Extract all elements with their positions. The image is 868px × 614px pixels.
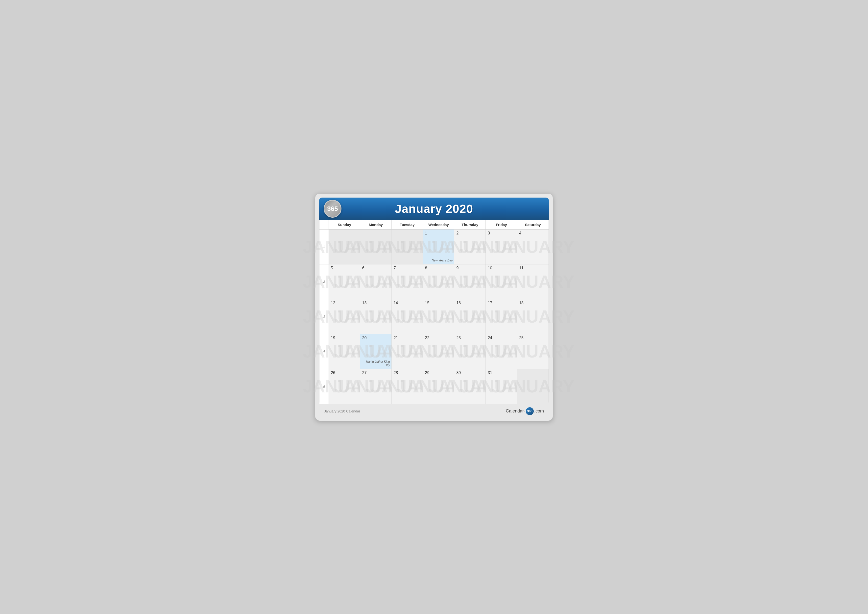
day-number-30: 30 xyxy=(456,371,484,375)
calendar-row-week3: 3 12 JANUARY 13 JANUARY 14 JANUARY 15 JA… xyxy=(319,299,549,334)
day-number-11: 11 xyxy=(519,266,547,270)
day-number-9: 9 xyxy=(456,266,484,270)
day-cell-empty-1: JANUARY xyxy=(329,230,360,264)
day-cell-20[interactable]: 20 JANUARY Martin Luther King Day xyxy=(360,334,392,369)
calendar-row-week4: 4 19 JANUARY 20 JANUARY Martin Luther Ki… xyxy=(319,334,549,369)
calendar-grid: 1 JANUARY JANUARY JANUARY 1 JANUARY New … xyxy=(319,230,549,404)
week-number-4: 4 xyxy=(319,334,329,369)
day-header-tuesday: Tuesday xyxy=(392,220,423,229)
day-cell-27[interactable]: 27 JANUARY xyxy=(360,369,392,404)
day-cell-10[interactable]: 10 JANUARY xyxy=(486,264,517,299)
day-cell-empty-2: JANUARY xyxy=(360,230,392,264)
footer: January 2020 Calendar Calendar-365.com xyxy=(319,404,549,417)
day-number-6: 6 xyxy=(362,266,389,270)
holiday-name-mlk: Martin Luther King Day xyxy=(362,360,390,367)
day-number-17: 17 xyxy=(488,301,515,305)
day-cell-25[interactable]: 25 JANUARY xyxy=(517,334,549,369)
week-number-2: 2 xyxy=(319,264,329,299)
day-cell-3[interactable]: 3 JANUARY xyxy=(486,230,517,264)
page-wrapper: 365 January 2020 Sunday Monday Tuesday W… xyxy=(315,194,553,421)
day-cell-17[interactable]: 17 JANUARY xyxy=(486,299,517,334)
day-cell-5[interactable]: 5 JANUARY xyxy=(329,264,360,299)
day-cell-16[interactable]: 16 JANUARY xyxy=(454,299,486,334)
calendar-row-week2: 2 5 JANUARY 6 JANUARY 7 JANUARY 8 JANUAR… xyxy=(319,264,549,299)
day-number-13: 13 xyxy=(362,301,389,305)
day-number-14: 14 xyxy=(394,301,421,305)
holiday-name-new-years: New Year's Day xyxy=(432,259,453,262)
calendar-header: 365 January 2020 xyxy=(319,197,549,220)
day-cell-empty-3: JANUARY xyxy=(392,230,423,264)
day-cell-23[interactable]: 23 JANUARY xyxy=(454,334,486,369)
day-cell-29[interactable]: 29 JANUARY xyxy=(423,369,454,404)
calendar-row-week1: 1 JANUARY JANUARY JANUARY 1 JANUARY New … xyxy=(319,230,549,264)
footer-brand-text-after: .com xyxy=(534,409,544,414)
week-number-3: 3 xyxy=(319,299,329,334)
day-cell-18[interactable]: 18 JANUARY xyxy=(517,299,549,334)
day-header-thursday: Thursday xyxy=(454,220,486,229)
calendar-row-week5: 5 26 JANUARY 27 JANUARY 28 JANUARY 29 JA… xyxy=(319,369,549,404)
day-number-3: 3 xyxy=(488,231,515,235)
day-number-20: 20 xyxy=(362,336,389,340)
calendar-container: Sunday Monday Tuesday Wednesday Thursday… xyxy=(319,220,549,404)
day-header-saturday: Saturday xyxy=(517,220,549,229)
day-cell-13[interactable]: 13 JANUARY xyxy=(360,299,392,334)
day-number-26: 26 xyxy=(331,371,358,375)
day-cell-22[interactable]: 22 JANUARY xyxy=(423,334,454,369)
day-cell-24[interactable]: 24 JANUARY xyxy=(486,334,517,369)
day-number-2: 2 xyxy=(456,231,484,235)
day-number-16: 16 xyxy=(456,301,484,305)
day-cell-31[interactable]: 31 JANUARY xyxy=(486,369,517,404)
day-number-27: 27 xyxy=(362,371,389,375)
day-header-sunday: Sunday xyxy=(329,220,360,229)
day-cell-26[interactable]: 26 JANUARY xyxy=(329,369,360,404)
day-cell-12[interactable]: 12 JANUARY xyxy=(329,299,360,334)
day-number-12: 12 xyxy=(331,301,358,305)
day-number-22: 22 xyxy=(425,336,452,340)
day-number-25: 25 xyxy=(519,336,547,340)
day-cell-11[interactable]: 11 JANUARY xyxy=(517,264,549,299)
day-number-28: 28 xyxy=(394,371,421,375)
day-number-10: 10 xyxy=(488,266,515,270)
day-cell-7[interactable]: 7 JANUARY xyxy=(392,264,423,299)
header-title: January 2020 xyxy=(395,202,473,216)
day-cell-4[interactable]: 4 JANUARY xyxy=(517,230,549,264)
day-number-18: 18 xyxy=(519,301,547,305)
day-cell-21[interactable]: 21 JANUARY xyxy=(392,334,423,369)
day-number-24: 24 xyxy=(488,336,515,340)
day-cell-1[interactable]: 1 JANUARY New Year's Day xyxy=(423,230,454,264)
day-cell-19[interactable]: 19 JANUARY xyxy=(329,334,360,369)
day-cell-8[interactable]: 8 JANUARY xyxy=(423,264,454,299)
day-cell-empty-last: JANUARY xyxy=(517,369,549,404)
week-num-header-blank xyxy=(319,220,329,229)
footer-brand-text-before: Calendar- xyxy=(506,409,525,414)
day-number-5: 5 xyxy=(331,266,358,270)
day-header-monday: Monday xyxy=(360,220,392,229)
day-cell-2[interactable]: 2 JANUARY xyxy=(454,230,486,264)
day-number-23: 23 xyxy=(456,336,484,340)
logo-badge: 365 xyxy=(324,200,341,218)
day-cell-30[interactable]: 30 JANUARY xyxy=(454,369,486,404)
day-cell-15[interactable]: 15 JANUARY xyxy=(423,299,454,334)
week-number-1: 1 xyxy=(319,230,329,264)
day-cell-6[interactable]: 6 JANUARY xyxy=(360,264,392,299)
day-number-8: 8 xyxy=(425,266,452,270)
day-number-19: 19 xyxy=(331,336,358,340)
day-number-4: 4 xyxy=(519,231,547,235)
day-header-wednesday: Wednesday xyxy=(423,220,454,229)
week-number-5: 5 xyxy=(319,369,329,404)
day-header-friday: Friday xyxy=(486,220,517,229)
day-headers: Sunday Monday Tuesday Wednesday Thursday… xyxy=(319,220,549,230)
day-number-31: 31 xyxy=(488,371,515,375)
footer-brand: Calendar-365.com xyxy=(506,407,544,415)
day-cell-28[interactable]: 28 JANUARY xyxy=(392,369,423,404)
day-cell-9[interactable]: 9 JANUARY xyxy=(454,264,486,299)
day-number-29: 29 xyxy=(425,371,452,375)
footer-brand-365: 365 xyxy=(526,407,534,415)
day-number-7: 7 xyxy=(394,266,421,270)
day-number-1: 1 xyxy=(425,231,452,235)
day-cell-14[interactable]: 14 JANUARY xyxy=(392,299,423,334)
footer-left-text: January 2020 Calendar xyxy=(324,409,360,413)
day-number-15: 15 xyxy=(425,301,452,305)
day-number-21: 21 xyxy=(394,336,421,340)
